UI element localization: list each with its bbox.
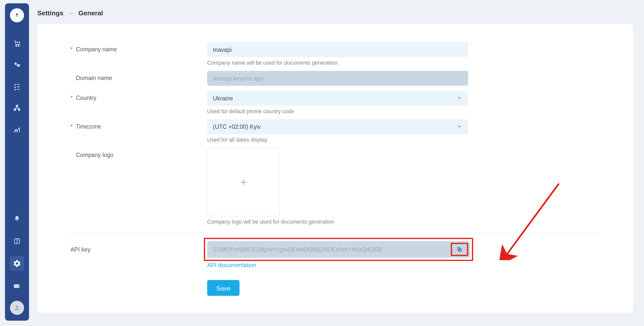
svg-rect-1 bbox=[17, 15, 17, 17]
copy-api-key-button[interactable] bbox=[451, 243, 468, 256]
timezone-select[interactable]: (UTC +02:00) Kyiv bbox=[207, 119, 468, 134]
api-key-field: ZGM5YmNjMGE1MjcwYzgwZjExMDI5MjI2NDExNmY4… bbox=[207, 241, 470, 258]
copy-icon bbox=[457, 247, 462, 252]
country-hint: Used for default phone country code bbox=[207, 108, 468, 114]
timezone-value: (UTC +02:00) Kyiv bbox=[213, 124, 261, 130]
svg-rect-8 bbox=[18, 109, 20, 111]
required-star: * bbox=[70, 123, 73, 130]
plus-icon bbox=[238, 177, 249, 187]
required-star: * bbox=[70, 46, 73, 53]
api-key-value: ZGM5YmNjMGE1MjcwYzgwZjExMDI5MjI2NDExNmY4… bbox=[213, 246, 383, 253]
divider bbox=[70, 232, 600, 233]
company-logo-label: Company logo bbox=[76, 152, 113, 158]
checklist-icon[interactable] bbox=[12, 82, 21, 91]
api-key-label: API key bbox=[70, 246, 90, 253]
settings-icon[interactable] bbox=[10, 256, 24, 271]
api-documentation-link[interactable]: API documentation bbox=[207, 262, 256, 268]
required-star: * bbox=[70, 95, 73, 101]
save-button[interactable]: Save bbox=[207, 280, 240, 296]
notifications-icon[interactable] bbox=[10, 211, 24, 226]
domain-name-field: mavapi.keycrm.app bbox=[207, 71, 468, 86]
timezone-label: Timezone bbox=[76, 123, 101, 130]
app-logo[interactable] bbox=[10, 8, 24, 22]
breadcrumb-current: General bbox=[78, 10, 103, 17]
cart-icon[interactable] bbox=[12, 39, 21, 48]
country-select[interactable]: Ukraine bbox=[207, 91, 468, 106]
country-value: Ukraine bbox=[213, 95, 233, 101]
svg-point-3 bbox=[18, 45, 19, 46]
wallet-icon[interactable] bbox=[10, 278, 24, 293]
chevron-right-icon: → bbox=[68, 10, 74, 17]
chevron-down-icon bbox=[457, 123, 462, 130]
chat-icon[interactable] bbox=[12, 60, 21, 69]
sidebar bbox=[5, 3, 29, 321]
svg-point-2 bbox=[16, 45, 17, 46]
chevron-down-icon bbox=[457, 95, 462, 102]
org-icon[interactable] bbox=[12, 104, 21, 113]
company-logo-hint: Company logo will be used for documents … bbox=[207, 219, 468, 225]
company-name-hint: Company name will be used for documents … bbox=[207, 60, 468, 66]
svg-point-11 bbox=[16, 306, 18, 308]
user-avatar[interactable] bbox=[10, 301, 24, 315]
svg-point-4 bbox=[15, 63, 17, 65]
domain-name-label: Domain name bbox=[76, 74, 112, 81]
settings-general-card: * Company name Company name will be used… bbox=[37, 24, 633, 313]
breadcrumb-root[interactable]: Settings bbox=[37, 10, 63, 17]
svg-rect-6 bbox=[16, 105, 18, 107]
logo-upload[interactable] bbox=[207, 148, 280, 216]
breadcrumb: Settings → General bbox=[37, 10, 103, 17]
country-label: Country bbox=[76, 95, 96, 101]
svg-rect-7 bbox=[14, 109, 16, 111]
help-icon[interactable] bbox=[10, 234, 24, 249]
svg-rect-5 bbox=[17, 64, 20, 66]
analytics-icon[interactable] bbox=[12, 125, 21, 134]
timezone-hint: Used for all dates display bbox=[207, 137, 468, 143]
company-name-label: Company name bbox=[76, 46, 117, 53]
svg-point-10 bbox=[17, 242, 17, 243]
domain-name-value: mavapi.keycrm.app bbox=[213, 75, 263, 82]
company-name-input[interactable] bbox=[207, 42, 468, 57]
